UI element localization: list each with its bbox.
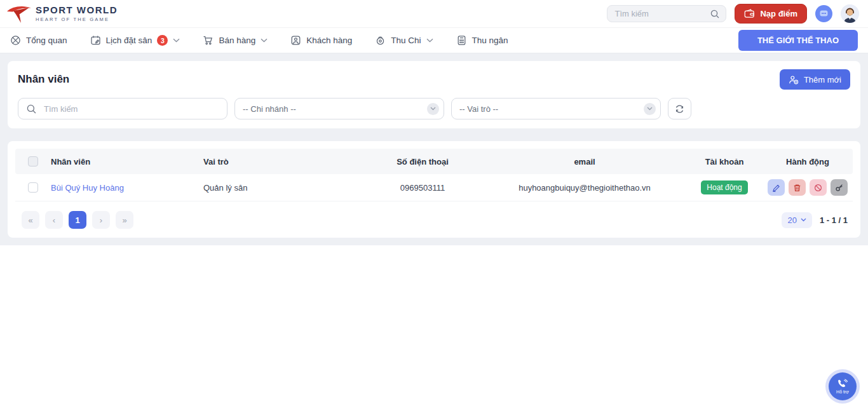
chevron-down-icon bbox=[801, 218, 806, 222]
calendar-icon bbox=[90, 35, 101, 46]
nav-item-income-expense[interactable]: Thu Chi bbox=[375, 35, 433, 46]
chevron-down-icon bbox=[644, 103, 656, 115]
sport-world-logo-icon bbox=[6, 4, 33, 24]
status-badge: Hoạt động bbox=[701, 180, 747, 194]
pagination: « ‹ 1 › » 20 1 - 1 / 1 bbox=[15, 211, 853, 230]
nav-item-overview[interactable]: Tổng quan bbox=[10, 35, 67, 46]
column-header-account: Tài khoản bbox=[686, 157, 763, 167]
employee-search-input[interactable] bbox=[43, 104, 219, 114]
delete-button[interactable] bbox=[789, 179, 806, 196]
employee-toolbar-card: Nhân viên Thêm mới bbox=[8, 61, 860, 128]
employee-search[interactable] bbox=[18, 98, 227, 119]
support-float: Hỗ trợ bbox=[825, 369, 860, 404]
table-header-row: Nhân viên Vai trò Số điện thoại email Tà… bbox=[15, 149, 853, 174]
nav-item-cashier[interactable]: Thu ngân bbox=[456, 35, 508, 46]
nav-item-booking-schedule[interactable]: Lịch đặt sân 3 bbox=[90, 35, 180, 46]
search-icon bbox=[710, 9, 720, 19]
customer-icon bbox=[290, 35, 301, 46]
topup-points-button[interactable]: Nạp điểm bbox=[735, 4, 807, 24]
app-header: SPORT WORLD HEART OF THE GAME Nạp điểm bbox=[0, 0, 868, 27]
user-avatar[interactable] bbox=[841, 4, 859, 23]
pagination-last-button[interactable]: » bbox=[116, 211, 133, 229]
table-row: Bùi Quý Huy Hoàng Quản lý sân 0969503111… bbox=[15, 174, 853, 201]
nav-item-customers[interactable]: Khách hàng bbox=[290, 35, 352, 46]
message-icon bbox=[819, 10, 829, 18]
logo-title: SPORT WORLD bbox=[36, 5, 118, 16]
column-header-employee: Nhân viên bbox=[51, 157, 203, 167]
money-icon bbox=[375, 35, 386, 46]
column-header-actions: Hành động bbox=[763, 157, 853, 167]
booking-count-badge: 3 bbox=[157, 35, 168, 46]
page-size-select[interactable]: 20 bbox=[782, 212, 811, 228]
main-nav: Tổng quan Lịch đặt sân 3 Bán hàng bbox=[0, 27, 868, 53]
support-label: Hỗ trợ bbox=[836, 390, 849, 394]
chat-button[interactable] bbox=[815, 5, 832, 22]
calculator-icon bbox=[456, 35, 467, 46]
chevron-down-icon bbox=[173, 38, 180, 43]
chevron-down-icon bbox=[427, 103, 439, 115]
refresh-icon bbox=[674, 104, 685, 114]
support-button[interactable]: Hỗ trợ bbox=[829, 372, 857, 400]
global-search[interactable] bbox=[607, 5, 726, 22]
page-title: Nhân viên bbox=[18, 73, 69, 86]
nav-item-sales[interactable]: Bán hàng bbox=[203, 35, 268, 46]
chevron-down-icon bbox=[261, 38, 268, 43]
pagination-range-label: 1 - 1 / 1 bbox=[820, 215, 848, 225]
trash-icon bbox=[793, 184, 801, 192]
column-header-phone: Số điện thoại bbox=[362, 157, 483, 167]
block-button[interactable] bbox=[810, 179, 827, 196]
refresh-button[interactable] bbox=[668, 98, 691, 119]
employee-table-card: Nhân viên Vai trò Số điện thoại email Tà… bbox=[8, 141, 860, 238]
app-logo: SPORT WORLD HEART OF THE GAME bbox=[6, 4, 118, 24]
phone-icon bbox=[837, 379, 848, 389]
key-icon bbox=[835, 184, 843, 192]
employee-email: huyhoangbuiquy@thegioithethao.vn bbox=[483, 183, 686, 193]
pagination-next-button[interactable]: › bbox=[92, 211, 110, 229]
pagination-first-button[interactable]: « bbox=[22, 211, 39, 229]
employee-phone: 0969503111 bbox=[362, 183, 483, 193]
select-all-checkbox[interactable] bbox=[28, 156, 38, 167]
search-icon bbox=[26, 104, 37, 114]
reset-password-button[interactable] bbox=[831, 179, 848, 196]
edit-button[interactable] bbox=[768, 179, 785, 196]
column-header-email: email bbox=[483, 157, 686, 167]
pencil-icon bbox=[772, 184, 780, 192]
ban-icon bbox=[814, 184, 822, 192]
cart-icon bbox=[203, 35, 214, 46]
role-select[interactable]: -- Vai trò -- bbox=[451, 98, 661, 119]
row-checkbox[interactable] bbox=[28, 182, 38, 193]
column-header-role: Vai trò bbox=[203, 157, 362, 167]
person-plus-icon bbox=[789, 75, 799, 85]
store-selector-button[interactable]: THẾ GIỚI THỂ THAO bbox=[738, 30, 858, 51]
chevron-down-icon bbox=[426, 38, 433, 43]
add-employee-button[interactable]: Thêm mới bbox=[780, 69, 850, 90]
employee-role: Quản lý sân bbox=[203, 183, 362, 193]
branch-select[interactable]: -- Chi nhánh -- bbox=[234, 98, 444, 119]
pagination-page-1-button[interactable]: 1 bbox=[69, 211, 86, 229]
logo-subtitle: HEART OF THE GAME bbox=[36, 17, 118, 22]
content-area: Nhân viên Thêm mới bbox=[0, 53, 868, 245]
dashboard-icon bbox=[10, 35, 21, 46]
wallet-icon bbox=[744, 9, 755, 18]
employee-name-link[interactable]: Bùi Quý Huy Hoàng bbox=[51, 183, 124, 193]
pagination-prev-button[interactable]: ‹ bbox=[45, 211, 63, 229]
global-search-input[interactable] bbox=[613, 8, 710, 19]
